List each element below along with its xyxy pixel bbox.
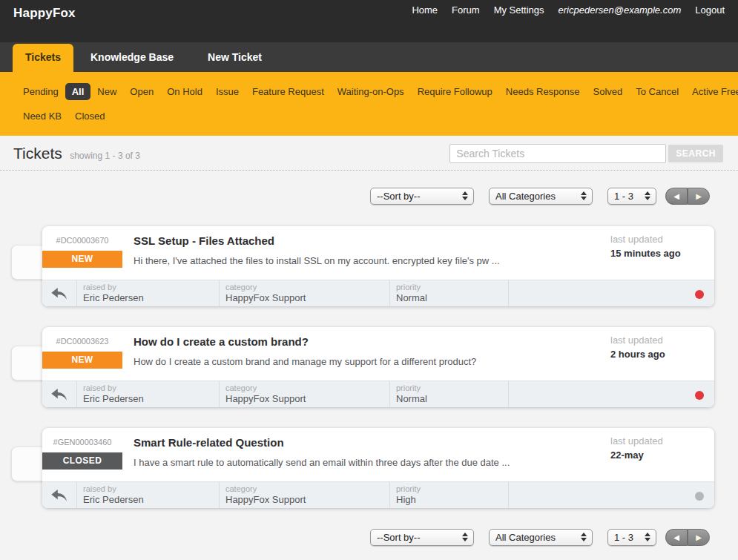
status-badge: CLOSED: [42, 452, 122, 470]
ticket-title[interactable]: How do I create a custom brand?: [134, 335, 309, 348]
ticket-snippet: How do I create a custom brand and manag…: [134, 356, 560, 367]
category-cell: category HappyFox Support: [219, 280, 389, 306]
tab-new-ticket[interactable]: New Ticket: [191, 43, 279, 72]
last-updated: last updated 15 minutes ago: [610, 234, 722, 259]
prev-page-button[interactable]: ◀: [665, 188, 688, 205]
sort-select[interactable]: --Sort by--: [370, 188, 474, 205]
raised-by-value: Eric Pedersen: [83, 494, 219, 505]
filter-all[interactable]: All: [65, 83, 91, 100]
search-button[interactable]: SEARCH: [668, 145, 723, 162]
priority-cell: priority High: [389, 482, 508, 508]
filter-to-cancel[interactable]: To Cancel: [629, 83, 685, 100]
filter-waiting-on-ops[interactable]: Waiting-on-Ops: [331, 83, 411, 100]
filter-need-kb[interactable]: Need KB: [16, 108, 68, 125]
category-label: category: [225, 484, 389, 494]
left-arrow-icon: ◀: [673, 533, 679, 541]
status-dot-cell: [508, 280, 714, 306]
next-page-button[interactable]: ▶: [688, 188, 710, 205]
last-updated: last updated 2 hours ago: [610, 335, 722, 360]
ticket-snippet: Hi there, I've attached the files to ins…: [134, 255, 560, 266]
ticket-card-body: #GEN00003460 CLOSED Smart Rule-related Q…: [42, 428, 714, 481]
reply-icon[interactable]: [42, 482, 76, 508]
priority-value: Normal: [396, 393, 508, 404]
nav-user-email[interactable]: ericpedersen@example.com: [559, 4, 682, 42]
page-range-select[interactable]: 1 - 3: [607, 188, 656, 205]
filter-new[interactable]: New: [90, 83, 123, 100]
last-updated-value: 15 minutes ago: [610, 248, 722, 259]
status-dot-cell: [508, 381, 714, 407]
filter-row-1: Pending All New Open On Hold Issue Featu…: [16, 83, 722, 100]
filter-active-free[interactable]: Active Free: [685, 83, 738, 100]
main-tab-bar: Tickets Knowledge Base New Ticket: [0, 42, 738, 72]
filter-issue[interactable]: Issue: [209, 83, 246, 100]
nav-forum[interactable]: Forum: [452, 4, 480, 42]
filter-row-2: Need KB Closed: [16, 108, 722, 125]
tab-tickets[interactable]: Tickets: [13, 44, 73, 72]
status-badge: NEW: [42, 352, 122, 369]
reply-icon[interactable]: [42, 381, 76, 407]
category-value: HappyFox Support: [225, 393, 389, 404]
ticket-title[interactable]: SSL Setup - Files Attached: [134, 234, 274, 247]
ticket-card-footer: raised by Eric Pedersen category HappyFo…: [42, 381, 714, 407]
filter-require-followup[interactable]: Require Followup: [411, 83, 499, 100]
category-select[interactable]: All Categories: [489, 188, 593, 205]
search-box: SEARCH: [449, 144, 723, 163]
ticket-snippet: I have a smart rule to automatically sen…: [134, 457, 560, 468]
ticket-title[interactable]: Smart Rule-related Question: [134, 436, 284, 449]
filter-pending[interactable]: Pending: [16, 83, 65, 100]
list-controls-top: --Sort by-- All Categories 1 - 3 ◀ ▶: [0, 188, 738, 205]
ticket-card-footer: raised by Eric Pedersen category HappyFo…: [42, 280, 714, 306]
filter-feature-request[interactable]: Feature Request: [246, 83, 331, 100]
ticket-card[interactable]: #DC00003670 NEW SSL Setup - Files Attach…: [42, 226, 714, 306]
top-nav: Home Forum My Settings ericpedersen@exam…: [412, 0, 725, 42]
list-header: Tickets showing 1 - 3 of 3 SEARCH: [0, 136, 738, 163]
last-updated: last updated 22-may: [610, 435, 722, 461]
status-filter-bar: Pending All New Open On Hold Issue Featu…: [0, 72, 738, 136]
priority-value: High: [396, 494, 508, 505]
search-input[interactable]: [449, 144, 666, 163]
left-arrow-icon: ◀: [673, 192, 679, 200]
priority-cell: priority Normal: [389, 280, 508, 306]
list-controls-bottom: --Sort by-- All Categories 1 - 3 ◀ ▶: [0, 529, 738, 546]
right-arrow-icon: ▶: [696, 533, 702, 541]
filter-needs-response[interactable]: Needs Response: [499, 83, 587, 100]
ticket-card-wrap: #DC00003670 NEW SSL Setup - Files Attach…: [42, 226, 714, 306]
raised-by-cell: raised by Eric Pedersen: [76, 381, 219, 407]
pagination: ◀ ▶: [665, 188, 710, 205]
ticket-card[interactable]: #GEN00003460 CLOSED Smart Rule-related Q…: [42, 428, 714, 508]
category-select[interactable]: All Categories: [489, 529, 593, 546]
sort-select[interactable]: --Sort by--: [370, 529, 474, 546]
reply-icon[interactable]: [42, 280, 76, 306]
raised-by-label: raised by: [83, 484, 219, 494]
nav-home[interactable]: Home: [412, 4, 438, 42]
page-range-select[interactable]: 1 - 3: [607, 529, 656, 546]
page-title: Tickets: [13, 145, 62, 162]
ticket-card-wrap: #GEN00003460 CLOSED Smart Rule-related Q…: [42, 428, 714, 508]
ticket-id: #DC00003623: [42, 337, 122, 346]
filter-solved[interactable]: Solved: [587, 83, 630, 100]
ticket-list: #DC00003670 NEW SSL Setup - Files Attach…: [42, 226, 714, 508]
category-cell: category HappyFox Support: [219, 381, 389, 407]
nav-my-settings[interactable]: My Settings: [494, 4, 544, 42]
raised-by-label: raised by: [83, 383, 219, 393]
ticket-id: #DC00003670: [42, 236, 122, 245]
filter-on-hold[interactable]: On Hold: [160, 83, 209, 100]
tab-knowledge-base[interactable]: Knowledge Base: [73, 43, 191, 72]
app-logo: HappyFox: [13, 0, 76, 42]
unread-status-dot: [695, 290, 704, 299]
last-updated-value: 22-may: [610, 449, 722, 461]
ticket-card[interactable]: #DC00003623 NEW How do I create a custom…: [42, 327, 714, 407]
raised-by-value: Eric Pedersen: [83, 292, 219, 303]
right-arrow-icon: ▶: [696, 192, 702, 200]
prev-page-button[interactable]: ◀: [665, 529, 688, 546]
divider: [0, 170, 738, 171]
raised-by-cell: raised by Eric Pedersen: [76, 280, 219, 306]
next-page-button[interactable]: ▶: [688, 529, 710, 546]
filter-closed[interactable]: Closed: [68, 108, 111, 125]
ticket-id: #GEN00003460: [42, 438, 122, 447]
last-updated-label: last updated: [610, 435, 722, 447]
filter-open[interactable]: Open: [123, 83, 160, 100]
ticket-card-footer: raised by Eric Pedersen category HappyFo…: [42, 481, 714, 508]
ticket-card-body: #DC00003670 NEW SSL Setup - Files Attach…: [42, 226, 714, 280]
nav-logout[interactable]: Logout: [695, 4, 725, 42]
